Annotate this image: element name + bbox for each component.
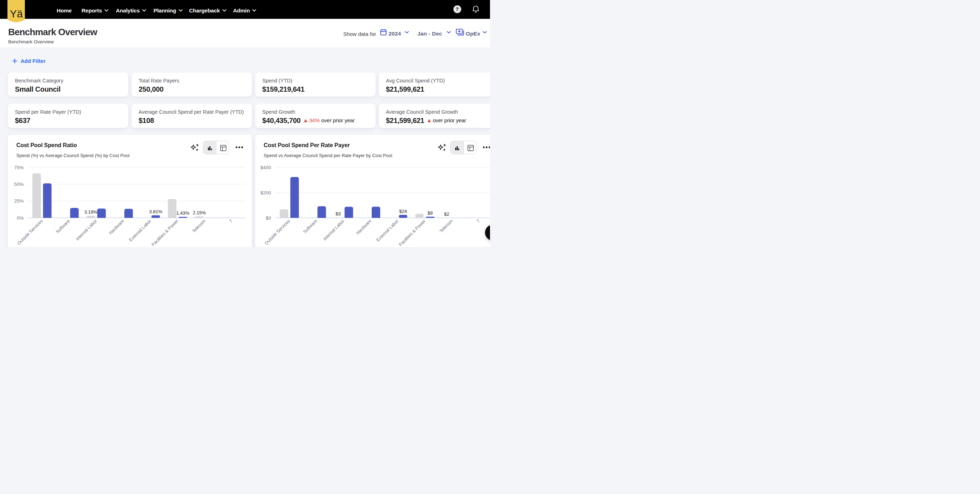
svg-text:75%: 75% (14, 165, 24, 170)
svg-text:Hardware: Hardware (108, 218, 126, 236)
svg-text:$9: $9 (428, 210, 433, 216)
svg-text:1.43%: 1.43% (176, 210, 189, 216)
svg-text:$2: $2 (444, 212, 449, 217)
svg-text:External Labor: External Labor (128, 218, 153, 243)
svg-text:50%: 50% (14, 182, 24, 187)
svg-text:Telecom: Telecom (439, 218, 454, 234)
svg-text:Outside Services: Outside Services (264, 218, 291, 246)
svg-text:Facilities & Power: Facilities & Power (398, 218, 427, 247)
svg-text:Yä: Yä (10, 8, 23, 19)
svg-text:Internal Labor: Internal Labor (75, 218, 98, 242)
svg-text:Telecom: Telecom (191, 218, 207, 234)
svg-text:Facilities & Power: Facilities & Power (151, 218, 180, 247)
svg-text:$200: $200 (261, 190, 271, 196)
svg-text:Outside Services: Outside Services (16, 218, 44, 246)
svg-text:$0: $0 (266, 215, 271, 221)
svg-text:7: 7 (476, 218, 481, 224)
svg-text:$3: $3 (336, 211, 340, 217)
svg-text:Hardware: Hardware (355, 218, 373, 236)
svg-text:0%: 0% (17, 215, 24, 221)
svg-text:Software: Software (55, 218, 71, 234)
svg-text:External Labor: External Labor (375, 218, 400, 243)
svg-text:25%: 25% (14, 198, 24, 204)
svg-text:3.81%: 3.81% (149, 209, 162, 214)
svg-text:$24: $24 (399, 209, 407, 214)
svg-text:Software: Software (302, 218, 318, 234)
svg-text:$400: $400 (261, 165, 271, 170)
svg-text:7: 7 (228, 218, 234, 224)
svg-text:3.19%: 3.19% (84, 209, 97, 215)
svg-text:2.15%: 2.15% (192, 210, 206, 215)
svg-text:Internal Labor: Internal Labor (322, 218, 345, 242)
